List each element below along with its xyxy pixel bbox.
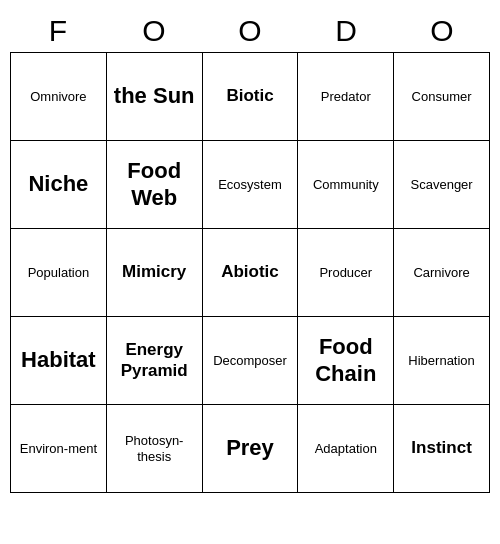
bingo-cell-2: Biotic [203, 53, 299, 141]
bingo-cell-13: Producer [298, 229, 394, 317]
bingo-cell-9: Scavenger [394, 141, 490, 229]
header-o2: O [202, 10, 298, 52]
bingo-cell-23: Adaptation [298, 405, 394, 493]
bingo-cell-24: Instinct [394, 405, 490, 493]
bingo-cell-17: Decomposer [203, 317, 299, 405]
header-row: F O O D O [10, 10, 490, 52]
bingo-card: F O O D O Omnivorethe SunBioticPredatorC… [10, 10, 490, 493]
bingo-cell-19: Hibernation [394, 317, 490, 405]
bingo-cell-4: Consumer [394, 53, 490, 141]
header-f: F [10, 10, 106, 52]
bingo-cell-7: Ecosystem [203, 141, 299, 229]
bingo-cell-20: Environ-ment [11, 405, 107, 493]
bingo-grid: Omnivorethe SunBioticPredatorConsumerNic… [10, 52, 490, 493]
bingo-cell-5: Niche [11, 141, 107, 229]
bingo-cell-1: the Sun [107, 53, 203, 141]
bingo-cell-11: Mimicry [107, 229, 203, 317]
header-o3: O [394, 10, 490, 52]
bingo-cell-14: Carnivore [394, 229, 490, 317]
bingo-cell-21: Photosyn-thesis [107, 405, 203, 493]
header-d: D [298, 10, 394, 52]
bingo-cell-22: Prey [203, 405, 299, 493]
bingo-cell-18: Food Chain [298, 317, 394, 405]
bingo-cell-12: Abiotic [203, 229, 299, 317]
bingo-cell-0: Omnivore [11, 53, 107, 141]
bingo-cell-8: Community [298, 141, 394, 229]
bingo-cell-3: Predator [298, 53, 394, 141]
bingo-cell-6: Food Web [107, 141, 203, 229]
bingo-cell-15: Habitat [11, 317, 107, 405]
bingo-cell-16: Energy Pyramid [107, 317, 203, 405]
bingo-cell-10: Population [11, 229, 107, 317]
header-o1: O [106, 10, 202, 52]
